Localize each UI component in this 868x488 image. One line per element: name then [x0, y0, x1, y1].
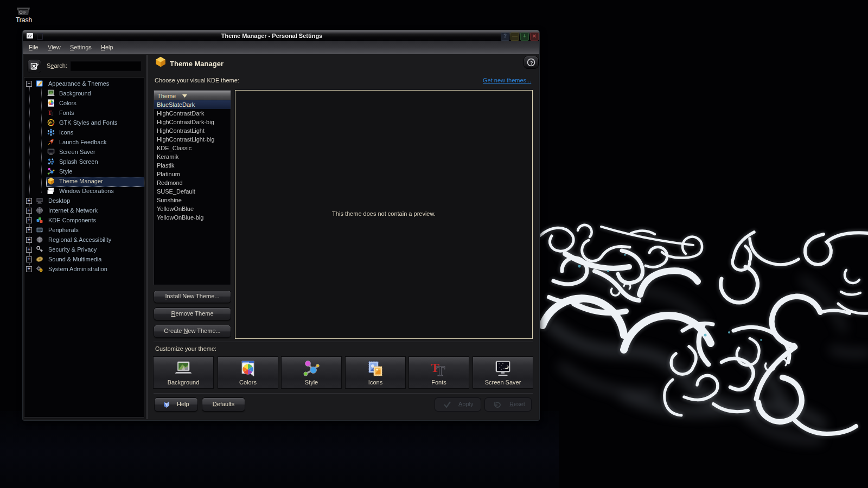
svg-text:e: e — [49, 120, 52, 125]
svg-text:T: T — [50, 110, 54, 117]
svg-text:T: T — [436, 363, 445, 377]
svg-text:?: ? — [530, 60, 533, 66]
